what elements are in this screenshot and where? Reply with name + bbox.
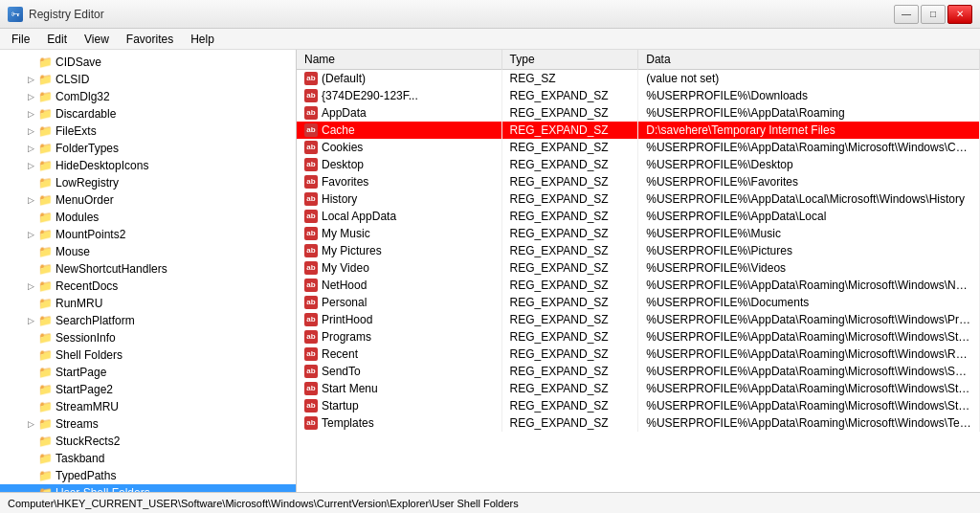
tree-expander[interactable]: ▷ <box>23 141 38 156</box>
tree-item[interactable]: 📁Mouse <box>0 243 296 260</box>
tree-item[interactable]: 📁Shell Folders <box>0 346 296 364</box>
tree-item[interactable]: ▷📁FileExts <box>0 123 296 140</box>
tree-item[interactable]: 📁StuckRects2 <box>0 433 296 450</box>
tree-item[interactable]: ▷📁ComDlg32 <box>0 88 296 105</box>
table-row[interactable]: abProgramsREG_EXPAND_SZ%USERPROFILE%\App… <box>297 328 980 346</box>
tree-item[interactable]: ▷📁MountPoints2 <box>0 226 296 243</box>
tree-item[interactable]: ▷📁RecentDocs <box>0 278 296 295</box>
tree-item[interactable]: ▷📁FolderTypes <box>0 140 296 157</box>
tree-expander[interactable] <box>23 434 38 449</box>
tree-item[interactable]: ▷📁SearchPlatform <box>0 312 296 329</box>
title-bar: 🗝 Registry Editor — □ ✕ <box>0 0 980 29</box>
table-row[interactable]: abStartupREG_EXPAND_SZ%USERPROFILE%\AppD… <box>297 397 980 414</box>
cell-name: abTemplates <box>297 414 501 432</box>
tree-item[interactable]: ▷📁MenuOrder <box>0 191 296 209</box>
cell-name: abFavorites <box>297 173 501 190</box>
tree-item[interactable]: 📁SessionInfo <box>0 329 296 346</box>
tree-item[interactable]: ▷📁Discardable <box>0 105 296 123</box>
tree-expander[interactable] <box>23 399 38 414</box>
folder-icon: 📁 <box>38 469 53 482</box>
tree-expander[interactable]: ▷ <box>23 416 38 432</box>
tree-expander[interactable]: ▷ <box>23 192 38 208</box>
table-row[interactable]: abMy MusicREG_EXPAND_SZ%USERPROFILE%\Mus… <box>297 225 980 242</box>
cell-type: REG_EXPAND_SZ <box>501 104 638 122</box>
tree-panel[interactable]: 📁CIDSave▷📁CLSID▷📁ComDlg32▷📁Discardable▷📁… <box>0 50 297 492</box>
tree-expander[interactable]: ▷ <box>23 123 38 139</box>
tree-item[interactable]: ▷📁HideDesktopIcons <box>0 157 296 174</box>
close-button[interactable]: ✕ <box>947 5 972 24</box>
table-row[interactable]: abPersonalREG_EXPAND_SZ%USERPROFILE%\Doc… <box>297 294 980 311</box>
tree-expander[interactable]: ▷ <box>23 227 38 242</box>
tree-item[interactable]: 📁LowRegistry <box>0 174 296 191</box>
tree-item[interactable]: 📁StartPage <box>0 364 296 381</box>
table-row[interactable]: abNetHoodREG_EXPAND_SZ%USERPROFILE%\AppD… <box>297 277 980 294</box>
menu-item-view[interactable]: View <box>77 31 117 48</box>
tree-expander[interactable] <box>23 330 38 346</box>
tree-item[interactable]: 📁CIDSave <box>0 54 296 71</box>
table-row[interactable]: ab(Default)REG_SZ(value not set) <box>297 70 980 87</box>
table-row[interactable]: abAppDataREG_EXPAND_SZ%USERPROFILE%\AppD… <box>297 104 980 122</box>
menu-item-edit[interactable]: Edit <box>39 31 75 48</box>
minimize-button[interactable]: — <box>894 5 919 24</box>
table-row[interactable]: abCacheREG_EXPAND_SZD:\savehere\Temporar… <box>297 122 980 139</box>
tree-expander[interactable] <box>23 485 38 492</box>
tree-expander[interactable]: ▷ <box>23 279 38 294</box>
tree-expander[interactable] <box>23 55 38 70</box>
tree-expander[interactable] <box>23 451 38 466</box>
table-row[interactable]: abHistoryREG_EXPAND_SZ%USERPROFILE%\AppD… <box>297 190 980 208</box>
tree-expander[interactable]: ▷ <box>23 72 38 87</box>
tree-item[interactable]: 📁NewShortcutHandlers <box>0 260 296 278</box>
registry-table[interactable]: Name Type Data ab(Default)REG_SZ(value n… <box>297 50 980 492</box>
cell-type: REG_SZ <box>501 70 638 87</box>
cell-type: REG_EXPAND_SZ <box>501 294 638 311</box>
table-row[interactable]: abDesktopREG_EXPAND_SZ%USERPROFILE%\Desk… <box>297 156 980 173</box>
cell-name: abMy Video <box>297 259 501 277</box>
table-row[interactable]: abStart MenuREG_EXPAND_SZ%USERPROFILE%\A… <box>297 380 980 397</box>
tree-item-label: RunMRU <box>56 297 102 310</box>
table-row[interactable]: abMy VideoREG_EXPAND_SZ%USERPROFILE%\Vid… <box>297 259 980 277</box>
cell-data: %USERPROFILE%\Pictures <box>638 242 980 259</box>
table-row[interactable]: abPrintHoodREG_EXPAND_SZ%USERPROFILE%\Ap… <box>297 311 980 328</box>
tree-item[interactable]: 📁RunMRU <box>0 295 296 312</box>
col-type[interactable]: Type <box>501 50 638 70</box>
tree-expander[interactable]: ▷ <box>23 89 38 104</box>
tree-expander[interactable] <box>23 244 38 259</box>
menu-item-help[interactable]: Help <box>183 31 222 48</box>
tree-expander[interactable] <box>23 382 38 397</box>
tree-item-label: CIDSave <box>56 56 101 69</box>
folder-icon: 📁 <box>38 90 53 103</box>
menu-item-favorites[interactable]: Favorites <box>119 31 181 48</box>
table-row[interactable]: abSendToREG_EXPAND_SZ%USERPROFILE%\AppDa… <box>297 363 980 380</box>
tree-expander[interactable] <box>23 175 38 190</box>
tree-expander[interactable] <box>23 261 38 277</box>
status-bar: Computer\HKEY_CURRENT_USER\Software\Micr… <box>0 492 980 513</box>
tree-expander[interactable]: ▷ <box>23 313 38 328</box>
tree-expander[interactable] <box>23 296 38 311</box>
tree-expander[interactable] <box>23 468 38 483</box>
maximize-button[interactable]: □ <box>921 5 946 24</box>
tree-expander[interactable] <box>23 365 38 380</box>
tree-expander[interactable] <box>23 347 38 363</box>
tree-item[interactable]: 📁Taskband <box>0 450 296 467</box>
tree-item[interactable]: 📁User Shell Folders <box>0 484 296 492</box>
menu-item-file[interactable]: File <box>4 31 37 48</box>
table-row[interactable]: abLocal AppDataREG_EXPAND_SZ%USERPROFILE… <box>297 208 980 225</box>
table-row[interactable]: ab{374DE290-123F...REG_EXPAND_SZ%USERPRO… <box>297 87 980 104</box>
tree-item[interactable]: ▷📁Streams <box>0 415 296 433</box>
tree-item[interactable]: 📁StreamMRU <box>0 398 296 415</box>
tree-item[interactable]: 📁TypedPaths <box>0 467 296 484</box>
table-row[interactable]: abTemplatesREG_EXPAND_SZ%USERPROFILE%\Ap… <box>297 414 980 432</box>
tree-expander[interactable]: ▷ <box>23 106 38 122</box>
tree-expander[interactable]: ▷ <box>23 158 38 173</box>
tree-item[interactable]: ▷📁CLSID <box>0 71 296 88</box>
col-data[interactable]: Data <box>638 50 980 70</box>
table-row[interactable]: abCookiesREG_EXPAND_SZ%USERPROFILE%\AppD… <box>297 139 980 156</box>
table-row[interactable]: abRecentREG_EXPAND_SZ%USERPROFILE%\AppDa… <box>297 346 980 363</box>
cell-type: REG_EXPAND_SZ <box>501 380 638 397</box>
tree-item[interactable]: 📁StartPage2 <box>0 381 296 398</box>
col-name[interactable]: Name <box>297 50 501 70</box>
tree-expander[interactable] <box>23 210 38 225</box>
table-row[interactable]: abFavoritesREG_EXPAND_SZ%USERPROFILE%\Fa… <box>297 173 980 190</box>
tree-item[interactable]: 📁Modules <box>0 209 296 226</box>
table-row[interactable]: abMy PicturesREG_EXPAND_SZ%USERPROFILE%\… <box>297 242 980 259</box>
